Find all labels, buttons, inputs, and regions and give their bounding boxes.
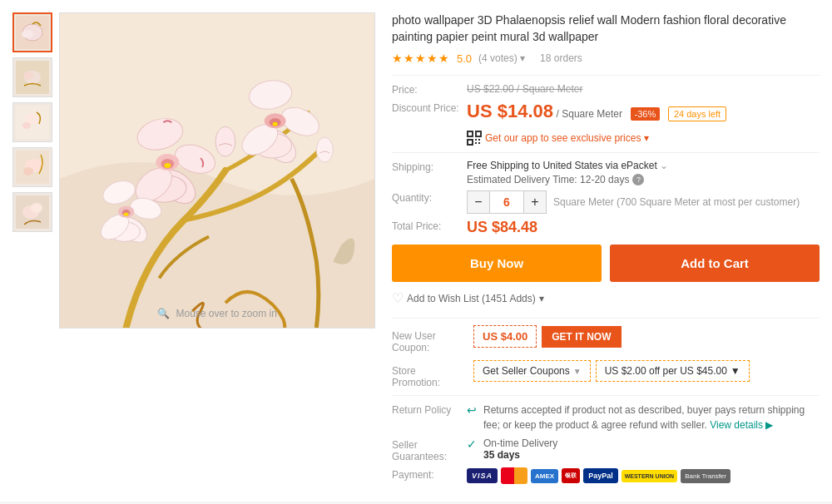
svg-point-40 xyxy=(215,126,235,156)
return-policy-row: Return Policy ↩ Returns accepted if prod… xyxy=(392,403,820,432)
seller-coupon-chevron: ▼ xyxy=(573,367,582,376)
svg-point-8 xyxy=(22,122,31,129)
mastercard-icon xyxy=(501,467,527,484)
return-view-link[interactable]: View details ▶ xyxy=(710,419,773,431)
svg-point-14 xyxy=(31,203,42,213)
app-price-row: Get our app to see exclusive prices ▾ xyxy=(392,127,820,146)
svg-rect-49 xyxy=(478,139,480,141)
rating-votes: (4 votes) ▾ xyxy=(478,52,525,64)
quantity-input[interactable] xyxy=(490,190,523,214)
thumbnail-list xyxy=(12,12,52,489)
promotion-content: Get Seller Coupons ▼ US $2.00 off per US… xyxy=(473,360,750,382)
svg-rect-43 xyxy=(468,132,472,136)
guarantee-icon: ✓ xyxy=(467,437,477,451)
rating-row: ★★★★★ 5.0 (4 votes) ▾ 18 orders xyxy=(392,52,820,65)
svg-rect-51 xyxy=(478,142,480,144)
get-coupon-button[interactable]: GET IT NOW xyxy=(542,326,621,348)
coupon-content: US $4.00 GET IT NOW xyxy=(473,325,622,348)
coupon-row: New User Coupon: US $4.00 GET IT NOW xyxy=(392,325,820,353)
svg-point-2 xyxy=(22,30,33,38)
coupon-value: US $4.00 xyxy=(473,325,537,348)
paypal-icon: PayPal xyxy=(583,468,618,483)
total-price-row: Total Price: US $84.48 xyxy=(392,219,820,236)
return-icon: ↩ xyxy=(467,403,477,417)
shipping-row: Shipping: Free Shipping to United States… xyxy=(392,160,820,185)
guarantees-row: Seller Guarantees: ✓ On-time Delivery 35… xyxy=(392,437,820,462)
svg-rect-47 xyxy=(468,141,472,144)
svg-point-31 xyxy=(273,122,278,126)
action-buttons: Buy Now Add to Cart xyxy=(392,245,820,282)
heart-icon: ♡ xyxy=(392,290,404,306)
current-price: US $14.08 xyxy=(467,101,553,121)
thumbnail-3[interactable] xyxy=(12,102,52,142)
amex-icon: AMEX xyxy=(531,469,558,483)
svg-point-23 xyxy=(164,163,171,168)
total-price: US $84.48 xyxy=(467,219,537,236)
wishlist-row[interactable]: ♡ Add to Wish List (1451 Adds) ▾ xyxy=(392,290,820,306)
price-per-unit: / Square Meter xyxy=(557,108,622,120)
shipping-chevron[interactable]: ⌄ xyxy=(660,160,668,171)
svg-rect-48 xyxy=(475,139,477,141)
unionpay-icon: 银联 xyxy=(562,468,580,483)
zoom-hint: 🔍 Mouse over to zoom in xyxy=(157,308,277,319)
payment-icons: VISA AMEX 银联 PayPal WESTERN UNION Bank T… xyxy=(467,467,730,484)
quantity-unit: Square Meter (700 Square Meter at most p… xyxy=(553,196,800,208)
svg-point-5 xyxy=(23,72,33,80)
store-promotion-row: Store Promotion: Get Seller Coupons ▼ US… xyxy=(392,360,820,388)
bank-transfer-icon: Bank Transfer xyxy=(681,469,730,483)
orders-count: 18 orders xyxy=(540,52,582,64)
discount-price-row: Discount Price: US $14.08 / Square Meter… xyxy=(392,101,820,122)
zoom-icon: 🔍 xyxy=(157,308,170,319)
delivery-help-icon[interactable]: ? xyxy=(632,174,644,185)
delivery-time: Estimated Delivery Time: 12-20 days ? xyxy=(467,174,820,185)
thumbnail-4[interactable] xyxy=(12,147,52,187)
product-title: photo wallpaper 3D Phalaenopsis relief w… xyxy=(392,12,820,45)
price-row: Price: US $22.00 / Square Meter xyxy=(392,82,820,96)
visa-icon: VISA xyxy=(467,468,498,483)
quantity-decrease-button[interactable]: − xyxy=(467,190,490,214)
seller-coupon[interactable]: Get Seller Coupons ▼ xyxy=(473,360,591,382)
guarantee-text: On-time Delivery xyxy=(483,437,557,449)
star-rating: ★★★★★ xyxy=(392,52,450,65)
buy-now-button[interactable]: Buy Now xyxy=(392,245,602,282)
wishlist-text: Add to Wish List (1451 Adds) xyxy=(407,293,536,304)
thumbnail-1[interactable] xyxy=(12,12,52,52)
app-price[interactable]: Get our app to see exclusive prices ▾ xyxy=(467,131,649,146)
return-label: Return Policy xyxy=(392,403,467,416)
svg-point-11 xyxy=(23,167,33,175)
shipping-text: Free Shipping to United States via ePack… xyxy=(467,160,820,171)
return-text: Returns accepted if product not as descr… xyxy=(483,403,820,432)
discount-badge: -36% xyxy=(631,107,661,121)
quantity-row: Quantity: − + Square Meter (700 Square M… xyxy=(392,190,820,214)
svg-point-39 xyxy=(124,213,129,216)
shipping-label: Shipping: xyxy=(392,160,467,173)
rating-value: 5.0 xyxy=(457,52,472,65)
store-label: Store Promotion: xyxy=(392,360,467,388)
discount-coupon-chevron: ▼ xyxy=(730,365,740,377)
qr-icon xyxy=(467,131,482,146)
guarantee-days: 35 days xyxy=(483,449,557,461)
quantity-label: Quantity: xyxy=(392,190,467,204)
main-product-image: 🔍 Mouse over to zoom in xyxy=(59,12,375,329)
thumbnail-5[interactable] xyxy=(12,192,52,232)
price-label: Price: xyxy=(392,82,467,96)
quantity-control: − + Square Meter (700 Square Meter at mo… xyxy=(467,190,820,214)
svg-rect-50 xyxy=(475,142,477,144)
total-label: Total Price: xyxy=(392,219,467,232)
western-union-icon: WESTERN UNION xyxy=(622,470,678,482)
svg-point-41 xyxy=(316,137,333,162)
guarantees-label: Seller Guarantees: xyxy=(392,437,467,462)
days-left: 24 days left xyxy=(668,106,726,121)
payment-label: Payment: xyxy=(392,467,467,481)
discount-coupon[interactable]: US $2.00 off per US $45.00 ▼ xyxy=(596,360,750,382)
add-to-cart-button[interactable]: Add to Cart xyxy=(610,245,820,282)
original-price: US $22.00 / Square Meter xyxy=(467,82,820,95)
coupon-label: New User Coupon: xyxy=(392,325,467,353)
thumbnail-2[interactable] xyxy=(12,57,52,97)
svg-rect-45 xyxy=(477,132,480,136)
wishlist-chevron: ▾ xyxy=(539,293,544,304)
payment-row: Payment: VISA AMEX 银联 PayPal WESTERN UNI… xyxy=(392,467,820,484)
discount-label: Discount Price: xyxy=(392,101,467,114)
quantity-increase-button[interactable]: + xyxy=(523,190,547,214)
